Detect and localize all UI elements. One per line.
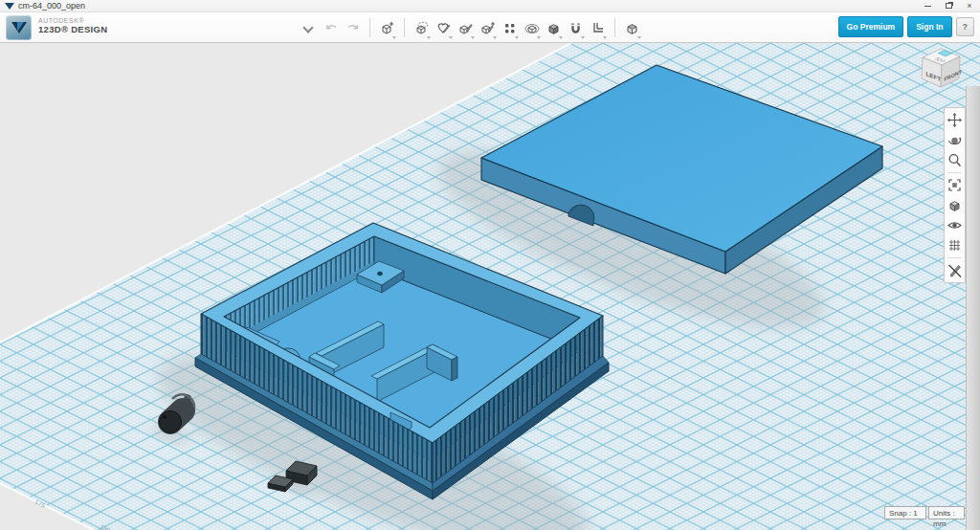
navigation-toolbar	[944, 107, 966, 283]
units-setting[interactable]: Units : mm	[928, 506, 965, 519]
brand-block: AUTODESK® 123D® DESIGN	[38, 17, 107, 34]
shaded-box-icon	[947, 197, 963, 213]
ruler-icon	[590, 20, 606, 36]
snap-button[interactable]	[565, 15, 587, 40]
pattern-button[interactable]	[499, 15, 521, 40]
toolbar-separator	[369, 18, 370, 37]
restore-icon	[946, 3, 952, 9]
account-buttons: Go Premium Sign In ?	[838, 16, 974, 37]
combine-icon	[546, 20, 562, 36]
main-toolbar: AUTODESK® 123D® DESIGN	[0, 12, 980, 43]
minimize-icon	[924, 6, 931, 7]
construct-button[interactable]	[455, 15, 477, 40]
go-premium-button[interactable]: Go Premium	[838, 16, 904, 37]
redo-button[interactable]	[342, 15, 364, 40]
magnet-icon	[568, 20, 584, 36]
orbit-button[interactable]	[945, 130, 965, 150]
toolbar-separator	[404, 18, 405, 37]
magnifier-icon	[947, 152, 963, 168]
view-mode-button[interactable]	[945, 195, 965, 215]
right-panel-strip[interactable]	[966, 86, 980, 530]
snap-setting[interactable]: Snap : 1	[884, 506, 926, 519]
pan-button[interactable]	[945, 110, 965, 130]
toolbar-separator	[614, 18, 615, 37]
visibility-button[interactable]	[945, 215, 965, 235]
material-icon	[624, 20, 640, 36]
fit-button[interactable]	[945, 175, 965, 195]
zoom-button[interactable]	[945, 150, 965, 170]
help-button[interactable]: ?	[956, 17, 975, 36]
app-logo[interactable]	[6, 15, 32, 40]
combine-button[interactable]	[543, 15, 565, 40]
undo-button[interactable]	[320, 15, 342, 40]
sign-in-button[interactable]: Sign In	[907, 16, 951, 37]
hide-sketches-button[interactable]	[945, 260, 965, 280]
window-controls: ×	[917, 0, 980, 11]
sketch-icon	[435, 20, 452, 36]
redo-icon	[345, 20, 361, 35]
brand-123d-design: 123D® DESIGN	[38, 25, 107, 34]
grid-icon	[947, 237, 963, 254]
fit-icon	[947, 177, 963, 193]
sketch-button[interactable]	[433, 15, 455, 40]
pencil-slash-icon	[947, 262, 963, 278]
modify-icon	[479, 20, 496, 36]
undo-icon	[323, 20, 339, 35]
app-icon	[5, 3, 14, 10]
minimize-button[interactable]	[917, 0, 938, 11]
window-title: cm-64_000_open	[18, 1, 85, 11]
construct-icon	[457, 20, 474, 36]
main-menu-chevron-icon[interactable]	[302, 22, 313, 33]
close-button[interactable]: ×	[959, 0, 980, 11]
measure-button[interactable]	[587, 15, 609, 40]
tool-icon-row	[320, 12, 643, 43]
grouping-button[interactable]	[521, 15, 543, 40]
grouping-icon	[523, 20, 540, 36]
orbit-icon	[947, 132, 963, 148]
nav-separator	[947, 257, 962, 258]
material-button[interactable]	[621, 15, 643, 40]
modify-button[interactable]	[477, 15, 499, 40]
scene-canvas: 175 180	[0, 43, 980, 530]
eye-icon	[947, 217, 963, 233]
grid-toggle-button[interactable]	[945, 235, 965, 255]
restore-button[interactable]	[938, 0, 959, 11]
pattern-icon	[501, 20, 518, 36]
insert-primitives-button[interactable]	[376, 15, 398, 40]
pan-icon	[947, 112, 963, 128]
transform-button[interactable]	[411, 15, 433, 40]
3d-viewport[interactable]: 175 180	[0, 43, 980, 530]
autodesk-123d-logo-icon	[11, 22, 27, 33]
nav-separator	[947, 172, 962, 173]
transform-icon	[413, 20, 430, 36]
view-cube[interactable]: TOP LEFT FRONT	[917, 46, 969, 96]
title-bar: cm-64_000_open ×	[0, 0, 980, 12]
primitives-icon	[379, 20, 395, 36]
